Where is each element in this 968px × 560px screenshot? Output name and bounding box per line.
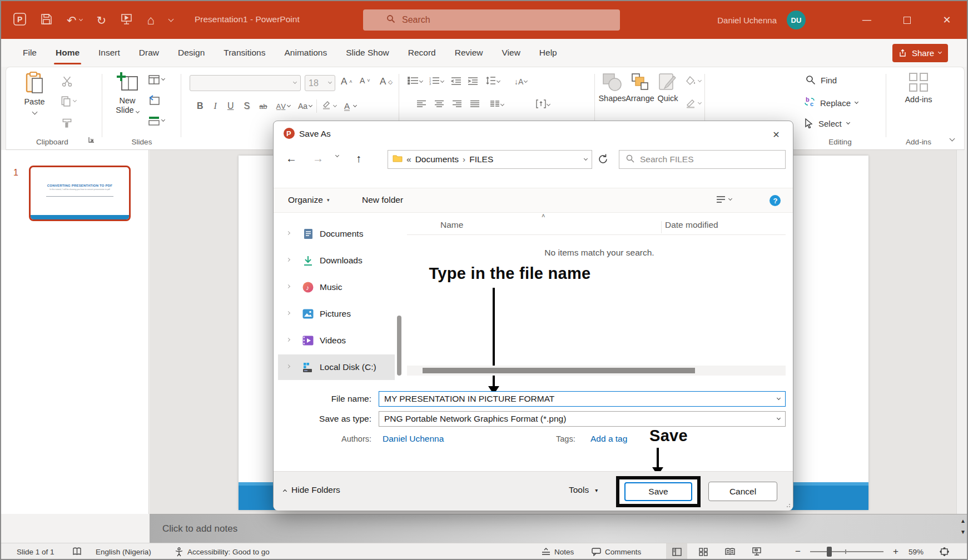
chevron-down-icon[interactable] [440,78,444,82]
start-slideshow-icon[interactable] [121,13,132,27]
tab-design[interactable]: Design [168,39,214,67]
tab-insert[interactable]: Insert [89,39,130,67]
chevron-down-icon[interactable] [524,78,528,82]
undo-icon[interactable]: ↶ [67,14,82,26]
arrange-button[interactable]: Arrange [626,73,654,103]
font-name-combobox[interactable] [190,75,301,91]
bold-button[interactable]: B [192,101,209,111]
scroll-up-icon[interactable]: ▲ [960,518,966,524]
select-button[interactable]: Select [805,118,850,128]
share-button[interactable]: Share [892,44,948,62]
file-name-input[interactable]: MY PRESENTATION IN PICTURE FORMAT [379,391,786,407]
align-right-button[interactable] [452,100,462,110]
normal-view-button[interactable] [666,543,687,560]
resize-grip[interactable] [785,502,790,507]
chevron-down-icon[interactable] [547,102,550,106]
italic-button[interactable]: I [209,101,222,111]
sidebar-item-music[interactable]: ♪ Music [278,274,395,300]
tab-animations[interactable]: Animations [275,39,336,67]
save-icon[interactable] [41,13,52,27]
scroll-down-icon[interactable]: ▼ [960,529,966,535]
text-direction-button[interactable]: ↓A [514,77,523,86]
sidebar-item-documents[interactable]: Documents [278,221,395,247]
addins-button[interactable]: Add-ins [893,72,944,104]
address-dropdown-chevron-icon[interactable] [584,156,588,160]
align-center-button[interactable] [434,100,444,110]
authors-value[interactable]: Daniel Uchenna [383,434,444,444]
underline-button[interactable]: U [222,101,239,111]
zoom-slider[interactable] [810,551,883,552]
tab-slide-show[interactable]: Slide Show [336,39,399,67]
clear-formatting-button[interactable]: A◇ [380,76,393,87]
chevron-down-icon[interactable] [938,50,942,54]
avatar[interactable]: DU [787,11,806,29]
bullets-button[interactable] [408,76,419,87]
dialog-search-box[interactable]: Search FILES [619,150,786,169]
reading-view-button[interactable] [719,543,741,560]
hide-folders-button[interactable]: Hide Folders [284,485,340,495]
chevron-down-icon[interactable] [309,103,312,107]
tab-file[interactable]: File [13,39,46,67]
format-painter-button[interactable] [62,117,72,128]
breadcrumb-documents[interactable]: Documents [415,154,459,164]
chevron-down-icon[interactable] [73,98,77,102]
section-button[interactable] [148,116,165,126]
collapse-ribbon-chevron-icon[interactable] [950,136,955,142]
save-as-type-select[interactable]: PNG Portable Network Graphics Format (*.… [379,411,786,427]
zoom-in-button[interactable]: + [893,543,898,560]
sidebar-item-downloads[interactable]: Downloads [278,248,395,273]
chevron-down-icon[interactable] [698,100,702,104]
up-button[interactable]: ↑ [356,152,361,165]
numbering-button[interactable]: 123 [429,76,440,87]
justify-button[interactable] [470,100,480,110]
chevron-down-icon[interactable] [728,196,732,200]
zoom-level[interactable]: 59% [909,543,924,560]
highlight-color-button[interactable] [321,100,331,112]
replace-button[interactable]: bc Replace [803,96,858,109]
decrease-font-size-button[interactable]: A˅ [360,76,370,85]
slideshow-view-button[interactable] [746,543,767,560]
change-case-button[interactable]: Aa [290,102,309,111]
back-button[interactable]: ← [286,152,297,165]
powerpoint-logo-icon[interactable]: P [13,13,26,28]
fit-to-window-button[interactable] [940,543,949,560]
notes-toggle[interactable]: Notes [542,543,574,560]
column-header-date-modified[interactable]: Date modified [665,220,718,230]
line-spacing-button[interactable] [485,76,496,87]
breadcrumb-files[interactable]: FILES [469,154,493,164]
find-button[interactable]: Find [806,75,837,85]
slide-thumbnail[interactable]: CONVERTING PRESENTATION TO PDF In this t… [29,166,131,221]
chevron-down-icon[interactable] [777,396,781,399]
zoom-out-button[interactable]: − [795,543,801,560]
text-shadow-button[interactable]: S [239,101,255,111]
tools-button[interactable]: Tools ▾ [569,485,598,495]
shape-fill-button[interactable] [686,76,701,86]
organize-button[interactable]: Organize▾ [288,195,329,205]
breadcrumb-collapse[interactable]: « [406,154,411,164]
strikethrough-button[interactable]: ab [255,102,271,111]
paste-button[interactable]: Paste [16,72,53,114]
save-button[interactable]: Save [624,482,692,501]
redo-icon[interactable]: ↻ [97,14,107,26]
new-slide-button[interactable]: New Slide [110,72,145,116]
tab-home[interactable]: Home [46,39,89,67]
decrease-indent-button[interactable] [451,77,461,87]
tab-record[interactable]: Record [399,39,445,67]
expand-chevron-icon[interactable] [286,231,290,234]
expand-chevron-icon[interactable] [286,364,290,368]
expand-chevron-icon[interactable] [286,257,290,261]
tab-view[interactable]: View [493,39,530,67]
accessibility-checker[interactable]: Accessibility: Good to go [175,543,270,560]
column-divider[interactable] [661,221,662,233]
chevron-down-icon[interactable] [846,120,850,124]
expand-chevron-icon[interactable] [286,311,290,314]
tab-review[interactable]: Review [445,39,493,67]
character-spacing-button[interactable]: A̲V̲ [272,102,287,111]
account-area[interactable]: Daniel Uchenna DU [717,1,806,39]
tab-help[interactable]: Help [530,39,567,67]
refresh-button[interactable] [597,153,609,167]
spell-check-button[interactable] [72,543,82,560]
sort-ascending-icon[interactable]: ˄ [542,212,545,219]
help-button[interactable]: ? [768,194,782,209]
notes-pane[interactable]: Click to add notes ▲ ▼ [150,514,968,543]
